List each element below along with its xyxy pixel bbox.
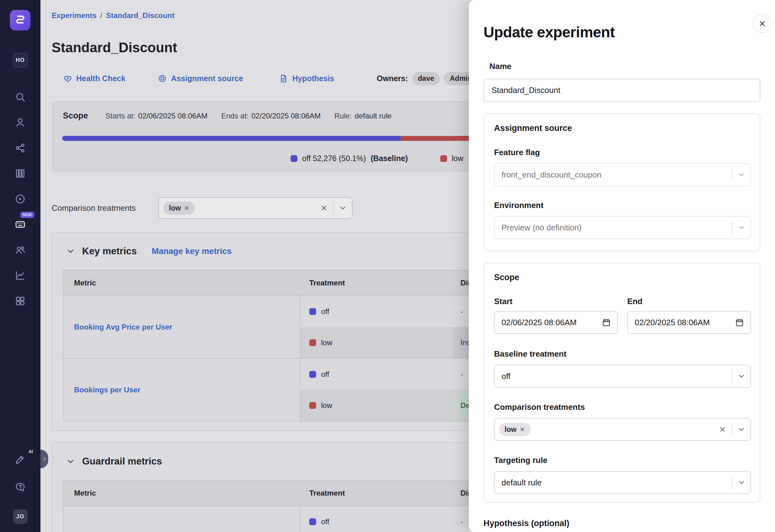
sidebar-item-pulse[interactable] (14, 193, 26, 205)
chevron-down-icon (732, 171, 750, 179)
col-metric: Metric (63, 489, 300, 497)
chevron-down-icon[interactable] (732, 425, 750, 433)
targeting-rule-select[interactable]: default rule (494, 471, 751, 494)
sidebar: HO NEW (0, 0, 40, 532)
page-title: Standard_Discount (52, 40, 177, 55)
chip-remove-icon[interactable] (184, 205, 189, 211)
sidebar-item-feature-flags[interactable] (14, 142, 26, 154)
scope-card-title: Scope (494, 273, 519, 282)
app-logo[interactable] (10, 10, 30, 30)
assignment-source-link[interactable]: Assignment source (158, 74, 243, 83)
sidebar-item-ai-assistant[interactable]: AI (14, 453, 26, 465)
chevron-down-icon (732, 224, 750, 232)
panel-title: Update experiment (484, 24, 615, 41)
chevron-down-icon[interactable] (334, 204, 352, 212)
metric-link[interactable]: Bookings per User (63, 359, 300, 421)
name-input[interactable] (484, 79, 760, 102)
update-experiment-panel: Update experiment Name Assignment source… (469, 0, 775, 532)
environment-value: Preview (no definition) (502, 223, 582, 233)
comparison-treatments-select[interactable]: low (158, 197, 352, 219)
line-chart-icon (15, 270, 26, 281)
breadcrumb-separator: / (100, 11, 102, 20)
owners-label: Owners: (377, 74, 408, 83)
end-date-input[interactable]: 02/20/2025 08:06AM (627, 311, 751, 334)
environment-label: Environment (494, 201, 544, 210)
health-check-label: Health Check (76, 74, 125, 83)
share-branch-icon (15, 142, 26, 154)
heart-icon (63, 74, 72, 83)
collapse-chevron-icon[interactable] (66, 457, 75, 466)
guardrail-metrics-title: Guardrail metrics (82, 456, 162, 467)
col-treatment: Treatment (300, 489, 453, 497)
breadcrumb-current[interactable]: Standard_Discount (106, 11, 174, 20)
sidebar-nav: NEW (14, 91, 26, 307)
owner-chip[interactable]: dave (412, 72, 440, 85)
comparison-treatments-label: Comparison treatments (494, 402, 585, 412)
exposure-legend: off 52,276 (50.1%) (Baseline) low (290, 154, 463, 163)
clear-icon[interactable] (320, 204, 327, 212)
baseline-treatment-value: off (502, 372, 510, 381)
scope-ends-at: Ends at:02/20/2025 08:06AM (221, 112, 321, 120)
sidebar-item-users[interactable] (14, 117, 26, 128)
calendar-icon (735, 318, 744, 327)
scope-starts-at: Starts at:02/06/2025 08:06AM (105, 112, 207, 120)
manage-key-metrics-link[interactable]: Manage key metrics (152, 247, 232, 256)
treatment-chip[interactable]: low (499, 423, 531, 436)
breadcrumb-experiments[interactable]: Experiments (52, 11, 96, 20)
sidebar-bottom: AI JO (13, 453, 28, 524)
sidebar-item-help[interactable] (14, 481, 26, 493)
treatment-swatch (309, 402, 316, 409)
environment-select: Preview (no definition) (494, 216, 751, 239)
search-icon (15, 91, 26, 103)
close-button[interactable] (753, 14, 772, 33)
treatment-chip[interactable]: low (163, 201, 195, 215)
workspace-badge[interactable]: HO (13, 53, 28, 67)
comparison-treatments-row: Comparison treatments low (52, 197, 487, 219)
sidebar-item-experiments[interactable] (14, 168, 26, 179)
chip-remove-icon[interactable] (520, 427, 525, 432)
feature-flag-select: front_end_discount_coupon (494, 163, 751, 186)
keyboard-icon (15, 219, 26, 230)
treatment-swatch (309, 339, 316, 346)
target-icon (158, 74, 167, 83)
play-circle-icon (15, 193, 26, 205)
baseline-treatment-label: Baseline treatment (494, 349, 567, 359)
owners: Owners: dave Admin (377, 71, 478, 86)
metric-link[interactable]: Booking Avg Price per User (63, 296, 300, 358)
sidebar-item-analytics[interactable]: NEW (14, 219, 26, 230)
health-check-link[interactable]: Health Check (63, 74, 125, 83)
sidebar-item-search[interactable] (14, 91, 26, 103)
document-icon (279, 74, 288, 83)
sidebar-item-dashboards[interactable] (14, 295, 26, 307)
start-date-input[interactable]: 02/06/2025 08:06AM (494, 311, 618, 334)
close-icon (758, 20, 766, 28)
chevron-down-icon[interactable] (732, 372, 750, 380)
hypothesis-link[interactable]: Hypothesis (279, 74, 334, 83)
comparison-treatments-multiselect[interactable]: low (494, 418, 751, 441)
legend-baseline: off 52,276 (50.1%) (Baseline) (290, 154, 408, 163)
name-label: Name (490, 62, 512, 71)
scope-summary-head: Scope Starts at:02/06/2025 08:06AM Ends … (63, 111, 406, 121)
baseline-treatment-select[interactable]: off (494, 365, 751, 388)
people-icon (15, 244, 26, 256)
breadcrumb: Experiments / Standard_Discount (52, 11, 174, 20)
ai-badge: AI (29, 449, 33, 454)
col-treatment: Treatment (300, 279, 453, 287)
metric-link[interactable] (63, 506, 300, 532)
grid-icon (15, 295, 26, 307)
scope-card: Scope Start End 02/06/2025 08:06AM 02/20… (484, 263, 760, 502)
user-avatar[interactable]: JO (13, 509, 28, 524)
comparison-swatch (440, 155, 447, 162)
collapse-chevron-icon[interactable] (66, 247, 75, 256)
chevron-down-icon[interactable] (732, 479, 750, 487)
exposure-bar-baseline (62, 136, 401, 141)
columns-icon (15, 168, 26, 179)
hypothesis-label: Hypothesis (292, 74, 334, 83)
targeting-rule-label: Targeting rule (494, 456, 547, 465)
assignment-source-label: Assignment source (171, 74, 243, 83)
clear-icon[interactable] (719, 426, 726, 433)
hypothesis-optional-label: Hypothesis (optional) (484, 519, 569, 528)
sidebar-item-audiences[interactable] (14, 244, 26, 256)
sidebar-item-metrics[interactable] (14, 270, 26, 281)
col-metric: Metric (63, 279, 300, 287)
